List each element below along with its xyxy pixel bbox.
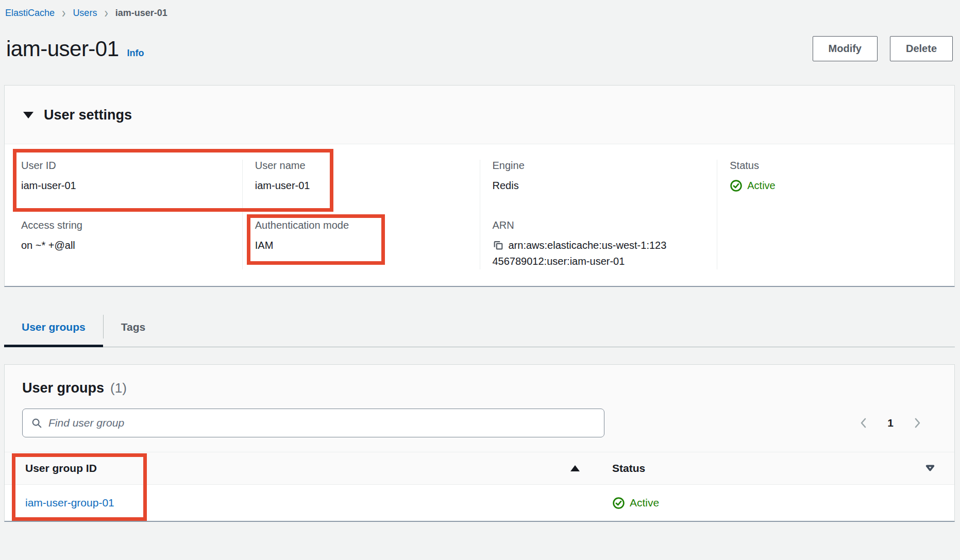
- table-header-row: User group ID Status: [5, 452, 954, 485]
- status-label: Status: [730, 160, 942, 172]
- breadcrumb: ElastiCache › Users › iam-user-01: [0, 0, 960, 20]
- row-status-text: Active: [630, 497, 659, 509]
- page-header: iam-user-01 Info Modify Delete: [0, 20, 960, 61]
- field-status: Status Active: [730, 160, 942, 194]
- previous-page-button[interactable]: [857, 417, 870, 429]
- authentication-mode-label: Authentication mode: [255, 219, 467, 231]
- arn-value: arn:aws:elasticache:us-west-1:1234567890…: [493, 237, 669, 269]
- breadcrumb-link-users[interactable]: Users: [73, 8, 97, 19]
- user-name-value: iam-user-01: [255, 178, 467, 194]
- user-settings-grid: User ID iam-user-01 Access string on ~* …: [5, 144, 954, 286]
- search-input[interactable]: [48, 417, 596, 429]
- authentication-mode-value: IAM: [255, 237, 467, 253]
- user-groups-table: User group ID Status iam-user-group-01 A…: [5, 452, 954, 521]
- pagination: 1: [857, 417, 937, 429]
- field-arn: ARN arn:aws:elasticache:us-west-1:123456…: [493, 219, 705, 269]
- status-value: Active: [730, 178, 942, 194]
- arn-text: arn:aws:elasticache:us-west-1:1234567890…: [493, 240, 667, 267]
- modify-button[interactable]: Modify: [813, 36, 878, 61]
- search-icon: [31, 417, 42, 429]
- user-groups-count: (1): [110, 380, 127, 396]
- current-page-number[interactable]: 1: [887, 417, 894, 429]
- next-page-button[interactable]: [911, 417, 923, 429]
- field-authentication-mode: Authentication mode IAM: [255, 219, 467, 253]
- find-user-group-searchbox[interactable]: [22, 409, 604, 437]
- delete-button[interactable]: Delete: [890, 36, 953, 61]
- breadcrumb-current-page: iam-user-01: [115, 8, 167, 19]
- user-group-link[interactable]: iam-user-group-01: [25, 497, 114, 509]
- field-engine: Engine Redis: [493, 160, 705, 194]
- user-settings-panel: User settings User ID iam-user-01 Access…: [4, 85, 955, 287]
- info-link[interactable]: Info: [127, 48, 144, 59]
- user-groups-title: User groups: [22, 380, 104, 396]
- user-id-label: User ID: [21, 160, 230, 172]
- arn-label: ARN: [493, 219, 705, 231]
- tab-bar: User groups Tags: [4, 312, 955, 347]
- engine-value: Redis: [493, 178, 705, 194]
- copy-icon[interactable]: [493, 240, 504, 251]
- tab-tags[interactable]: Tags: [104, 312, 163, 347]
- chevron-left-icon: [857, 417, 870, 429]
- user-groups-header: User groups (1) 1: [5, 365, 954, 452]
- tab-user-groups[interactable]: User groups: [4, 312, 103, 347]
- table-row: iam-user-group-01 Active: [5, 485, 954, 521]
- access-string-label: Access string: [21, 219, 230, 231]
- breadcrumb-separator-icon: ›: [104, 5, 108, 22]
- user-settings-expander[interactable]: User settings: [5, 86, 954, 144]
- access-string-value: on ~* +@all: [21, 237, 230, 253]
- breadcrumb-separator-icon: ›: [62, 5, 65, 22]
- field-user-name: User name iam-user-01: [255, 160, 467, 194]
- user-name-label: User name: [255, 160, 467, 172]
- user-settings-title: User settings: [44, 107, 132, 123]
- column-settings-icon[interactable]: [924, 463, 936, 474]
- row-status: Active: [612, 497, 659, 510]
- page-title: iam-user-01: [6, 37, 119, 61]
- collapse-caret-icon: [23, 112, 33, 118]
- breadcrumb-link-elasticache[interactable]: ElastiCache: [5, 8, 55, 19]
- status-text: Active: [747, 178, 775, 194]
- column-header-status[interactable]: Status: [612, 462, 645, 474]
- user-groups-panel: User groups (1) 1 User group ID: [4, 364, 955, 522]
- status-active-icon: [730, 179, 743, 192]
- column-header-user-group-id[interactable]: User group ID: [25, 462, 97, 474]
- field-access-string: Access string on ~* +@all: [21, 219, 230, 253]
- status-active-icon: [612, 497, 625, 510]
- user-id-value: iam-user-01: [21, 178, 230, 194]
- sort-ascending-icon[interactable]: [570, 465, 580, 471]
- field-user-id: User ID iam-user-01: [21, 160, 230, 194]
- chevron-right-icon: [911, 417, 923, 429]
- engine-label: Engine: [493, 160, 705, 172]
